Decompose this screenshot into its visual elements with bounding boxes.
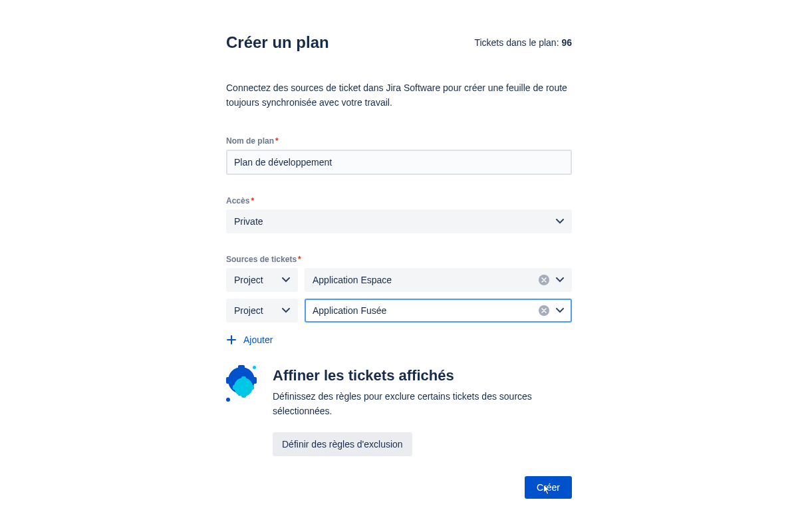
sources-field-group: Sources de tickets * Project Application… xyxy=(226,255,572,347)
clear-icon[interactable] xyxy=(539,275,549,285)
access-field-group: Accès * Private xyxy=(226,196,572,233)
refine-description: Définissez des règles pour exclure certa… xyxy=(273,390,572,418)
access-label: Accès * xyxy=(226,196,572,205)
plus-icon xyxy=(226,334,237,345)
plan-name-label: Nom de plan * xyxy=(226,136,572,146)
create-button[interactable]: Créer xyxy=(525,476,572,499)
required-marker: * xyxy=(275,136,279,146)
ticket-count-label: Tickets dans le plan: xyxy=(474,37,561,48)
refine-title: Affiner les tickets affichés xyxy=(273,367,572,384)
plan-name-field-group: Nom de plan * xyxy=(226,136,572,175)
source-row: Project Application Espace xyxy=(226,268,572,292)
form-header: Créer un plan Tickets dans le plan: 96 xyxy=(226,33,572,52)
ticket-count: Tickets dans le plan: 96 xyxy=(474,37,572,48)
source-value-select[interactable]: Application Espace xyxy=(305,268,572,292)
refine-section: Affiner les tickets affichés Définissez … xyxy=(226,367,572,456)
ticket-count-value: 96 xyxy=(561,37,572,48)
required-marker: * xyxy=(251,196,254,205)
create-plan-form: Créer un plan Tickets dans le plan: 96 C… xyxy=(226,33,572,499)
settings-illustration-icon xyxy=(226,367,258,399)
footer-actions: Créer xyxy=(226,476,572,499)
source-type-select[interactable]: Project xyxy=(226,299,298,323)
add-source-button[interactable]: Ajouter xyxy=(226,334,273,345)
chevron-down-icon xyxy=(282,307,290,315)
source-type-select[interactable]: Project xyxy=(226,268,298,292)
chevron-down-icon xyxy=(556,307,564,315)
form-description: Connectez des sources de ticket dans Jir… xyxy=(226,81,572,110)
access-select[interactable]: Private xyxy=(226,209,572,233)
chevron-down-icon xyxy=(556,217,564,225)
plan-name-input[interactable] xyxy=(226,150,572,175)
chevron-down-icon xyxy=(556,276,564,284)
clear-icon[interactable] xyxy=(539,305,549,316)
chevron-down-icon xyxy=(282,276,290,284)
required-marker: * xyxy=(298,255,301,264)
define-exclusion-rules-button[interactable]: Définir des règles d'exclusion xyxy=(273,432,412,456)
page-title: Créer un plan xyxy=(226,33,329,52)
sources-label: Sources de tickets * xyxy=(226,255,572,264)
source-row: Project Application Fusée xyxy=(226,299,572,323)
source-value-select[interactable]: Application Fusée xyxy=(305,299,572,323)
access-value: Private xyxy=(234,216,263,227)
